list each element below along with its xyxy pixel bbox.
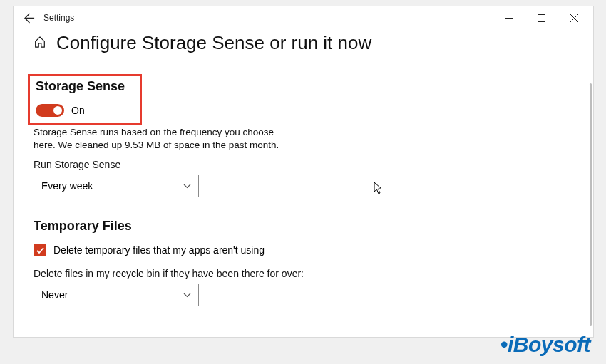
home-icon[interactable] [34,36,46,51]
storage-sense-heading: Storage Sense [36,79,134,94]
titlebar: Settings [14,6,593,29]
back-button[interactable] [16,6,42,29]
back-arrow-icon [24,13,35,24]
page-title: Configure Storage Sense or run it now [56,32,371,54]
maximize-button[interactable] [525,6,558,29]
run-storage-sense-select[interactable]: Every week [34,175,199,197]
storage-sense-description: Storage Sense runs based on the frequenc… [34,126,290,152]
close-icon [570,14,578,22]
minimize-icon [505,14,513,22]
recycle-bin-select[interactable]: Never [34,284,199,306]
recycle-bin-value: Never [41,289,68,301]
chevron-down-icon [183,182,191,190]
check-icon [36,246,45,255]
close-button[interactable] [558,6,590,29]
watermark-logo: •iBoysoft [500,333,590,357]
window-title: Settings [43,13,74,23]
storage-sense-highlight: Storage Sense On [28,74,142,125]
storage-sense-toggle-label: On [71,105,85,116]
storage-sense-toggle[interactable] [36,104,64,117]
scrollbar[interactable] [590,83,592,326]
recycle-bin-label: Delete files in my recycle bin if they h… [34,268,573,279]
chevron-down-icon [183,291,191,299]
svg-rect-0 [538,14,545,21]
run-storage-sense-label: Run Storage Sense [34,159,573,170]
delete-temp-files-label: Delete temporary files that my apps aren… [53,244,265,256]
maximize-icon [538,14,545,22]
minimize-button[interactable] [492,6,525,29]
delete-temp-files-checkbox[interactable] [34,244,46,256]
run-storage-sense-value: Every week [41,180,93,192]
temporary-files-heading: Temporary Files [34,219,573,234]
